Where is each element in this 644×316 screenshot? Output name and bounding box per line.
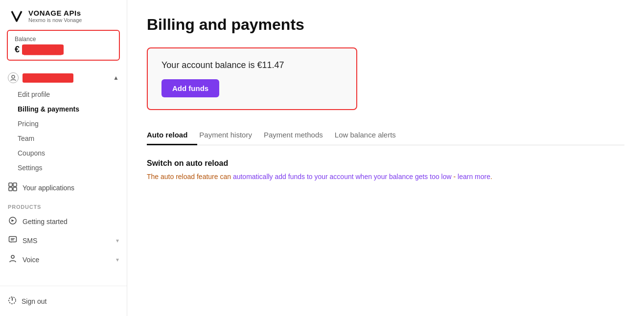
add-funds-button[interactable]: Add funds [161,79,219,97]
user-section: ███████ ▲ Edit profile Billing & payment… [0,66,127,178]
balance-card-text: Your account balance is €11.47 [161,60,343,70]
auto-reload-section: Switch on auto reload The auto reload fe… [147,159,624,181]
tabs-navigation: Auto reload Payment history Payment meth… [147,126,624,145]
svg-rect-1 [9,183,12,186]
sms-icon [8,235,18,246]
sidebar-item-your-applications[interactable]: Your applications [0,178,127,197]
sms-chevron-icon: ▾ [116,237,119,244]
products-section-label: PRODUCTS [0,197,127,212]
page-title: Billing and payments [147,16,624,34]
logo-subtitle: Nexmo is now Vonage [28,17,82,23]
sign-out-icon [8,296,17,306]
chevron-up-icon: ▲ [113,74,119,81]
auto-reload-title: Switch on auto reload [147,159,624,168]
balance-card: Your account balance is €11.47 Add funds [147,47,357,110]
svg-point-0 [12,75,15,78]
user-avatar-icon [8,72,19,83]
your-applications-label: Your applications [23,184,74,192]
getting-started-label: Getting started [23,218,68,226]
sidebar-item-voice[interactable]: Voice ▾ [0,250,127,269]
voice-chevron-icon: ▾ [116,256,119,263]
svg-point-9 [11,255,14,258]
auto-reload-description: The auto reload feature can automaticall… [147,173,624,181]
svg-rect-2 [13,183,17,186]
auto-reload-desc-before: The auto reload feature can [147,173,233,181]
logo-area: VONAGE APIs Nexmo is now Vonage [0,0,127,30]
tab-payment-history[interactable]: Payment history [197,126,262,145]
sidebar-bottom: Sign out [0,286,127,316]
sidebar-item-pricing[interactable]: Pricing [18,116,127,131]
your-applications-icon [8,182,18,193]
auto-reload-desc-end: . [490,173,492,181]
sidebar-item-edit-profile[interactable]: Edit profile [18,87,127,102]
balance-box: Balance € ██████ [7,30,120,61]
sms-label: SMS [23,237,37,245]
svg-rect-6 [9,237,17,242]
sidebar-item-billing-payments[interactable]: Billing & payments [18,102,127,116]
sidebar-item-team[interactable]: Team [18,131,127,146]
sidebar-scrollable-area: ███████ ▲ Edit profile Billing & payment… [0,66,127,286]
vonage-logo-icon [10,9,23,23]
svg-rect-4 [13,187,17,191]
voice-label: Voice [23,256,39,264]
sign-out-button[interactable]: Sign out [0,291,127,311]
balance-value-redacted: ██████ [22,45,64,55]
sidebar-item-settings[interactable]: Settings [18,160,127,175]
auto-reload-desc-link[interactable]: automatically add funds to your account … [233,173,452,181]
sidebar: VONAGE APIs Nexmo is now Vonage Balance … [0,0,127,316]
sidebar-item-getting-started[interactable]: Getting started [0,212,127,231]
balance-amount: € ██████ [15,45,112,55]
auto-reload-desc-after: - [452,173,458,181]
user-menu-toggle[interactable]: ███████ ▲ [0,68,127,87]
sidebar-item-sms[interactable]: SMS ▾ [0,231,127,250]
tab-low-balance-alerts[interactable]: Low balance alerts [333,126,406,145]
sign-out-label: Sign out [22,297,46,305]
learn-more-link[interactable]: learn more [458,173,490,181]
voice-icon [8,254,18,265]
user-submenu: Edit profile Billing & payments Pricing … [0,87,127,175]
balance-currency: € [15,45,20,54]
tab-payment-methods[interactable]: Payment methods [262,126,333,145]
svg-rect-3 [9,187,12,191]
main-content: Billing and payments Your account balanc… [127,0,644,316]
logo-title: VONAGE APIs [28,9,82,17]
sidebar-item-coupons[interactable]: Coupons [18,146,127,160]
user-name-redacted: ███████ [23,73,73,83]
tab-auto-reload[interactable]: Auto reload [147,126,197,145]
balance-label: Balance [15,36,112,43]
getting-started-icon [8,216,18,226]
